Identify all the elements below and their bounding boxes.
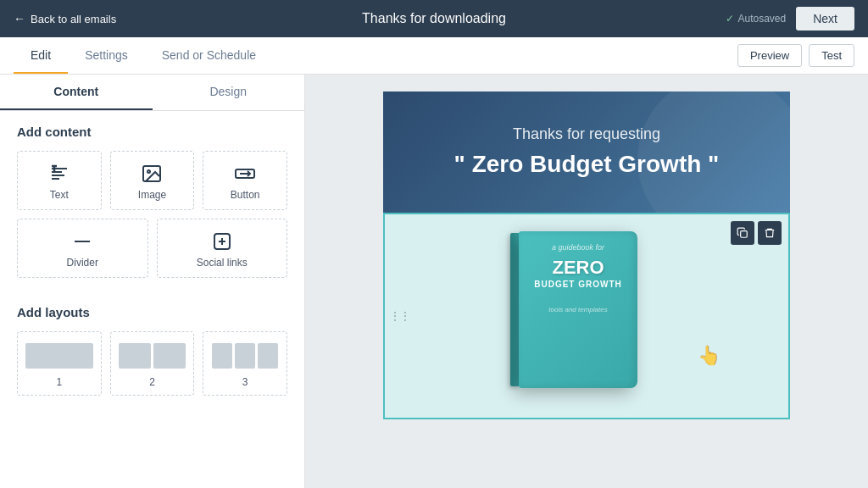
book-main-title: ZERO (529, 258, 627, 277)
layout-item-2[interactable]: 2 (110, 331, 195, 396)
layout-label-3: 3 (210, 376, 280, 388)
add-layouts-section: Add layouts 1 2 (0, 291, 304, 409)
hero-title: " Zero Budget Growth " (409, 150, 765, 179)
content-item-button[interactable]: Button (203, 151, 287, 210)
layout-col-single (25, 343, 93, 369)
add-content-title: Add content (17, 125, 287, 139)
divider-row: Divider Social links (17, 219, 287, 278)
layout-label-2: 2 (118, 376, 187, 388)
panel-tab-design[interactable]: Design (153, 75, 305, 110)
layout-preview-2 (118, 341, 187, 371)
content-image-label: Image (118, 189, 187, 201)
layout-item-3[interactable]: 3 (203, 331, 287, 396)
layout-preview-1 (25, 341, 94, 371)
hero-subtitle: Thanks for requesting (409, 125, 765, 143)
test-button[interactable]: Test (809, 44, 854, 67)
tab-actions: Preview Test (737, 44, 854, 67)
top-bar: ← Back to all emails Thanks for download… (0, 0, 868, 37)
book-guidebook: a guidebook for (529, 243, 627, 252)
delete-button[interactable] (758, 221, 782, 245)
tab-bar: Edit Settings Send or Schedule Preview T… (0, 37, 868, 75)
block-actions (731, 221, 782, 245)
book-footer: tools and templates (529, 306, 627, 313)
drag-handle[interactable]: ⋮⋮ (390, 310, 410, 322)
back-link[interactable]: ← Back to all emails (14, 12, 116, 25)
email-canvas: Thanks for requesting " Zero Budget Grow… (383, 92, 790, 419)
autosaved-status: ✓ Autosaved (726, 13, 786, 25)
hero-banner: Thanks for requesting " Zero Budget Grow… (383, 92, 790, 213)
content-button-label: Button (210, 189, 280, 201)
checkmark-icon: ✓ (726, 13, 734, 25)
layouts-grid: 1 2 3 (17, 331, 287, 396)
social-icon (164, 231, 281, 252)
book-wrapper: a guidebook for ZERO BUDGET GROWTH tools… (519, 231, 654, 401)
button-icon (210, 164, 280, 184)
content-divider-label: Divider (25, 257, 141, 269)
left-panel: Content Design Add content (0, 75, 305, 488)
add-content-section: Add content Text (0, 111, 304, 291)
next-button[interactable]: Next (796, 7, 854, 30)
book-sub-title: BUDGET GROWTH (529, 280, 627, 289)
top-bar-actions: ✓ Autosaved Next (726, 7, 854, 30)
tab-send-schedule[interactable]: Send or Schedule (145, 37, 273, 74)
content-item-divider[interactable]: Divider (17, 219, 148, 278)
image-icon (118, 164, 187, 184)
add-layouts-title: Add layouts (17, 305, 287, 319)
svg-rect-12 (741, 230, 748, 237)
content-item-social[interactable]: Social links (157, 219, 288, 278)
text-icon (25, 164, 94, 184)
panel-tab-content[interactable]: Content (0, 75, 153, 110)
content-grid: Text Image (17, 151, 287, 210)
tab-settings[interactable]: Settings (68, 37, 145, 74)
duplicate-button[interactable] (731, 221, 754, 245)
main-layout: Content Design Add content (0, 75, 868, 488)
content-item-text[interactable]: Text (17, 151, 102, 210)
image-block[interactable]: ⋮⋮ a guidebook for ZERO BUDGET GROWTH to… (383, 213, 790, 419)
cursor-hand-icon: 👆 (698, 345, 721, 367)
layout-label-1: 1 (25, 376, 94, 388)
preview-button[interactable]: Preview (737, 44, 802, 67)
content-social-label: Social links (164, 257, 281, 269)
back-arrow-icon: ← (14, 12, 25, 25)
book-text: a guidebook for ZERO BUDGET GROWTH tools… (519, 231, 637, 325)
canvas-area: Thanks for requesting " Zero Budget Grow… (305, 75, 868, 488)
layout-item-1[interactable]: 1 (17, 331, 102, 396)
svg-point-5 (147, 170, 150, 173)
content-text-label: Text (25, 189, 94, 201)
book-container: a guidebook for ZERO BUDGET GROWTH tools… (502, 214, 671, 418)
tab-edit[interactable]: Edit (14, 37, 68, 74)
divider-icon (25, 231, 141, 252)
panel-tabs: Content Design (0, 75, 304, 111)
layout-preview-3 (210, 341, 280, 371)
main-tabs: Edit Settings Send or Schedule (14, 37, 273, 74)
page-title: Thanks for downloading (362, 11, 506, 26)
back-label: Back to all emails (31, 13, 116, 25)
content-item-image[interactable]: Image (110, 151, 195, 210)
book: a guidebook for ZERO BUDGET GROWTH tools… (519, 231, 637, 388)
